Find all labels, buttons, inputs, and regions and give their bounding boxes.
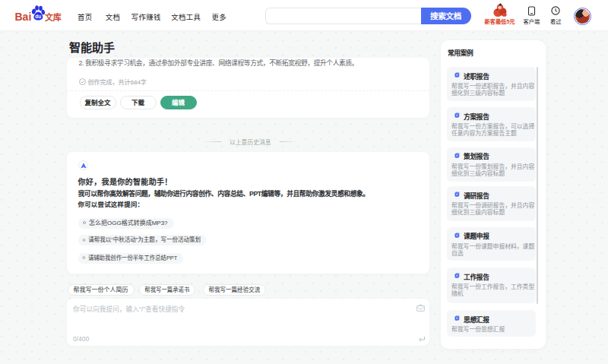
svg-text:du: du <box>35 13 41 18</box>
